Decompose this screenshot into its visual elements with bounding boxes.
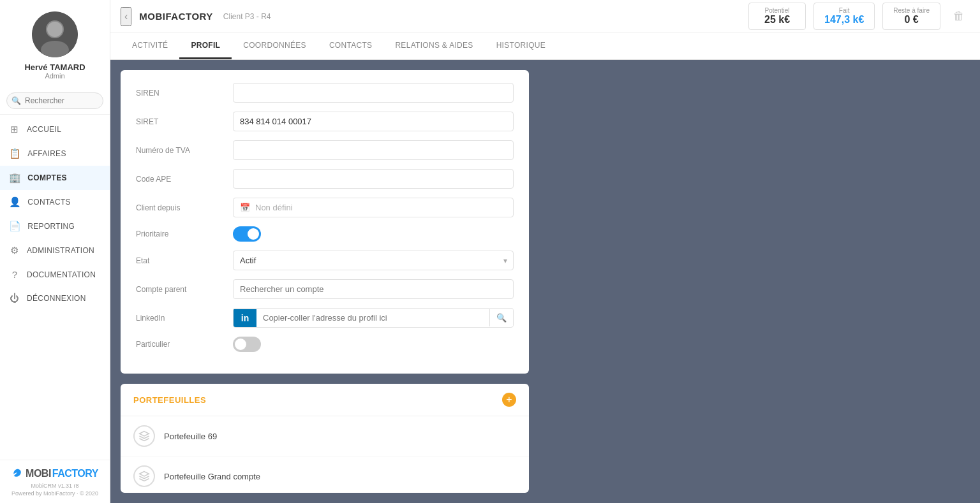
sidebar-role: Admin	[45, 72, 64, 80]
client-depuis-input[interactable]: 📅 Non défini	[233, 198, 514, 217]
tva-label: Numéro de TVA	[136, 146, 225, 155]
siret-label: SIRET	[136, 117, 225, 126]
right-panel	[539, 70, 970, 493]
linkedin-field: in 🔍	[233, 308, 514, 328]
page-subtitle: Client P3 - R4	[223, 12, 271, 21]
etat-label: Etat	[136, 256, 225, 265]
profile-form-card: SIREN SIRET Numéro de TVA Code APE	[121, 70, 529, 374]
client-depuis-row: Client depuis 📅 Non défini	[136, 198, 514, 217]
linkedin-search-button[interactable]: 🔍	[489, 309, 513, 326]
home-icon: ⊞	[9, 124, 20, 135]
stat-reste-label: Reste à faire	[893, 7, 930, 14]
portfolio-header: PORTEFEUILLES +	[121, 384, 529, 416]
brand-logo: MOBI FACTORY	[11, 468, 98, 479]
gear-icon: ⚙	[9, 245, 20, 256]
prioritaire-label: Prioritaire	[136, 230, 225, 238]
sidebar-item-comptes[interactable]: 🏢 COMPTES	[0, 166, 110, 190]
sidebar-item-label: REPORTING	[27, 222, 75, 231]
particulier-label: Particulier	[136, 340, 225, 349]
stat-reste-value: 0 €	[905, 14, 919, 26]
bird-logo-icon	[11, 468, 23, 479]
sidebar-item-label: COMPTES	[27, 173, 66, 182]
client-depuis-placeholder: Non défini	[255, 203, 293, 212]
tab-profil[interactable]: PROFIL	[179, 33, 232, 59]
topbar: ‹ MOBIFACTORY Client P3 - R4 Potentiel 2…	[110, 0, 980, 33]
stat-potentiel-label: Potentiel	[765, 7, 790, 14]
linkedin-row: LinkedIn in 🔍	[136, 308, 514, 328]
sidebar-item-administration[interactable]: ⚙ ADMINISTRATION	[0, 238, 110, 263]
svg-point-3	[47, 22, 63, 37]
stat-potentiel: Potentiel 25 k€	[748, 3, 806, 30]
stat-fait-label: Fait	[839, 7, 850, 14]
linkedin-label: LinkedIn	[136, 314, 225, 323]
compte-parent-row: Compte parent	[136, 279, 514, 299]
portfolio-item-69[interactable]: Portefeuille 69	[121, 416, 529, 456]
portfolio-name-69: Portefeuille 69	[164, 432, 217, 441]
sidebar-item-label: DOCUMENTATION	[27, 270, 96, 279]
stat-fait: Fait 147,3 k€	[813, 3, 875, 30]
siren-row: SIREN	[136, 83, 514, 103]
siren-input[interactable]	[233, 83, 514, 103]
siren-label: SIREN	[136, 89, 225, 98]
building-icon: 🏢	[9, 172, 21, 184]
sidebar-username: Hervé TAMARD	[24, 62, 85, 72]
tab-historique[interactable]: HISTORIQUE	[485, 33, 557, 59]
back-button[interactable]: ‹	[121, 7, 131, 26]
sidebar-item-affaires[interactable]: 📋 AFFAIRES	[0, 142, 110, 166]
sidebar-nav: ⊞ ACCUEIL 📋 AFFAIRES 🏢 COMPTES 👤 CONTACT…	[0, 115, 110, 460]
sidebar-item-deconnexion[interactable]: ⏻ DÉCONNEXION	[0, 286, 110, 310]
help-icon: ?	[9, 269, 20, 280]
toggle-slider-particulier	[233, 337, 261, 352]
tab-activite[interactable]: ACTIVITÉ	[121, 33, 179, 59]
portfolio-title: PORTEFEUILLES	[133, 395, 206, 405]
compte-parent-input[interactable]	[233, 279, 514, 299]
logo-factory: FACTORY	[52, 468, 98, 479]
tab-contacts[interactable]: CONTACTS	[318, 33, 384, 59]
tva-row: Numéro de TVA	[136, 140, 514, 160]
layers-icon	[138, 430, 150, 442]
page-title: MOBIFACTORY	[139, 11, 213, 22]
prioritaire-row: Prioritaire	[136, 226, 514, 242]
sidebar-item-documentation[interactable]: ? DOCUMENTATION	[0, 263, 110, 286]
sidebar-item-reporting[interactable]: 📄 REPORTING	[0, 214, 110, 238]
search-icon: 🔍	[11, 96, 21, 105]
sidebar-item-accueil[interactable]: ⊞ ACCUEIL	[0, 117, 110, 142]
etat-select[interactable]: Actif Inactif Prospect	[233, 251, 514, 270]
tab-coordonnees[interactable]: COORDONNÉES	[232, 33, 318, 59]
sidebar-item-label: CONTACTS	[27, 198, 71, 207]
powered-text: Powered by MobiFactory · © 2020	[11, 490, 98, 498]
ape-input[interactable]	[233, 169, 514, 189]
sidebar: Hervé TAMARD Admin 🔍 ⊞ ACCUEIL 📋 AFFAIRE…	[0, 0, 110, 503]
tva-input[interactable]	[233, 140, 514, 160]
particulier-toggle[interactable]	[233, 337, 261, 352]
sidebar-item-contacts[interactable]: 👤 CONTACTS	[0, 190, 110, 214]
prioritaire-toggle-wrap	[233, 226, 261, 242]
delete-button[interactable]: 🗑	[948, 7, 970, 26]
person-icon: 👤	[9, 196, 21, 208]
main-panel: ‹ MOBIFACTORY Client P3 - R4 Potentiel 2…	[110, 0, 980, 503]
etat-select-wrap: Actif Inactif Prospect ▾	[233, 251, 514, 270]
client-depuis-label: Client depuis	[136, 203, 225, 212]
stat-potentiel-value: 25 k€	[764, 14, 790, 26]
portfolio-item-grand[interactable]: Portefeuille Grand compte	[121, 456, 529, 493]
stat-fait-value: 147,3 k€	[824, 14, 864, 26]
layers-icon-grand	[138, 470, 150, 482]
portfolio-name-grand: Portefeuille Grand compte	[164, 472, 260, 481]
portfolio-add-button[interactable]: +	[502, 393, 516, 407]
particulier-row: Particulier	[136, 337, 514, 352]
portfolio-card: PORTEFEUILLES + Portefeuille 69	[121, 384, 529, 493]
stat-reste: Reste à faire 0 €	[882, 3, 940, 30]
siret-input[interactable]	[233, 112, 514, 131]
sidebar-footer: MOBI FACTORY MobiCRM v1.31 r8 Powered by…	[0, 460, 110, 503]
logo-mobi: MOBI	[26, 468, 51, 479]
portfolio-icon-69	[133, 425, 155, 447]
search-container: 🔍	[0, 87, 110, 115]
tabs-bar: ACTIVITÉ PROFIL COORDONNÉES CONTACTS REL…	[110, 33, 980, 60]
linkedin-input[interactable]	[256, 309, 489, 327]
compte-parent-label: Compte parent	[136, 285, 225, 294]
avatar	[32, 11, 78, 57]
toggle-slider	[233, 226, 261, 242]
prioritaire-toggle[interactable]	[233, 226, 261, 242]
briefcase-icon: 📋	[9, 148, 21, 159]
tab-relations[interactable]: RELATIONS & AIDES	[383, 33, 484, 59]
